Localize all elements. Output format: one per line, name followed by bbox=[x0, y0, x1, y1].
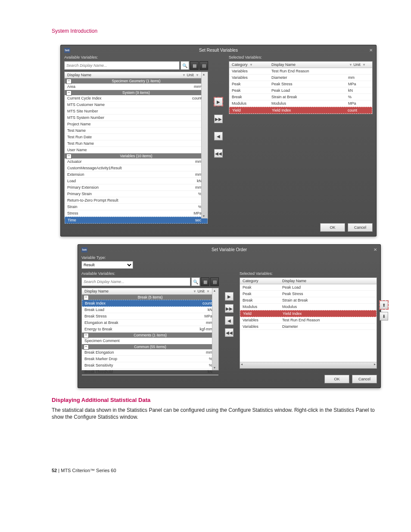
collapse-icon[interactable]: − bbox=[66, 90, 72, 96]
collapse-icon[interactable]: − bbox=[66, 79, 72, 84]
list-item[interactable]: Specimen Comment bbox=[82, 338, 218, 344]
list-item[interactable]: Break ThresholdkN bbox=[82, 369, 218, 375]
add-all-button[interactable]: ▶▶ bbox=[225, 304, 234, 313]
search-input[interactable] bbox=[64, 61, 180, 70]
collapse-icon[interactable]: − bbox=[66, 154, 72, 159]
close-icon[interactable]: ✕ bbox=[369, 48, 373, 53]
filter-icon[interactable]: ▼ bbox=[349, 63, 352, 67]
list-item[interactable]: Test Run Name bbox=[65, 140, 208, 147]
close-icon[interactable]: ✕ bbox=[374, 247, 377, 252]
collapse-icon[interactable]: − bbox=[84, 345, 89, 350]
list-item[interactable]: Elongation at Breakmm bbox=[82, 320, 218, 326]
list-item[interactable]: YieldYield Index bbox=[240, 310, 377, 317]
move-down-button[interactable]: ⬇ bbox=[380, 312, 388, 320]
list-item[interactable]: Break LoadkN bbox=[82, 307, 218, 313]
list-item[interactable]: Test Name bbox=[65, 128, 208, 134]
scrollbar[interactable] bbox=[201, 72, 208, 218]
group-header[interactable]: −Specimen Geometry (1 items) bbox=[65, 78, 208, 84]
available-listbox[interactable]: Display Name ▼ Unit ▼ −Specimen Geometry… bbox=[64, 72, 208, 219]
horizontal-scrollbar[interactable]: ◂▸ bbox=[240, 362, 377, 368]
col-display-name[interactable]: Display Name bbox=[282, 279, 306, 283]
list-item[interactable]: Return-to-Zero Prompt Result bbox=[65, 197, 208, 204]
list-item[interactable]: StressMPa bbox=[65, 210, 208, 217]
cancel-button[interactable]: Cancel bbox=[348, 223, 373, 232]
group-header[interactable]: −Common (55 items) bbox=[82, 344, 218, 349]
filter-icon[interactable]: ▼ bbox=[249, 63, 253, 67]
list-item[interactable]: PeakPeak Load bbox=[240, 284, 377, 291]
view-list-icon[interactable]: ▤ bbox=[199, 61, 208, 70]
collapse-icon[interactable]: − bbox=[84, 333, 89, 338]
variable-type-select[interactable]: Result bbox=[81, 261, 133, 269]
list-item[interactable]: MTS Site Number bbox=[65, 108, 208, 115]
selected-listbox[interactable]: Category Display Name PeakPeak LoadPeakP… bbox=[240, 277, 377, 369]
col-display-name[interactable]: Display Name bbox=[67, 73, 91, 77]
filter-icon[interactable]: ▼ bbox=[206, 289, 210, 293]
view-grid-icon[interactable]: ▦ bbox=[201, 277, 209, 286]
search-icon[interactable]: 🔍 bbox=[191, 277, 200, 286]
list-item[interactable]: BreakStrain at Break% bbox=[229, 94, 372, 100]
list-item[interactable]: BreakStrain at Break bbox=[240, 297, 377, 304]
remove-button[interactable]: ◀ bbox=[225, 316, 234, 325]
list-item[interactable]: Current Cycle Indexcount bbox=[65, 95, 208, 102]
list-item[interactable]: VariablesTest Run End Reason bbox=[240, 317, 377, 324]
view-grid-icon[interactable]: ▦ bbox=[190, 61, 199, 70]
list-item[interactable]: Primary Extensionmm bbox=[65, 184, 208, 191]
filter-icon[interactable]: ▼ bbox=[182, 73, 186, 77]
add-button[interactable]: ▶ bbox=[225, 292, 234, 301]
add-button[interactable]: ▶ bbox=[214, 97, 223, 106]
list-item[interactable]: Project Name bbox=[65, 121, 208, 128]
filter-icon[interactable]: ▼ bbox=[196, 73, 199, 77]
list-item[interactable]: YieldYield Indexcount bbox=[229, 107, 372, 114]
remove-button[interactable]: ◀ bbox=[214, 132, 223, 140]
scrollbar[interactable] bbox=[212, 288, 218, 370]
list-item[interactable]: PeakPeak LoadkN bbox=[229, 87, 372, 94]
list-item[interactable]: User Name bbox=[65, 147, 208, 153]
search-icon[interactable]: 🔍 bbox=[181, 61, 189, 70]
filter-icon[interactable]: ▼ bbox=[362, 63, 366, 67]
filter-icon[interactable]: ▼ bbox=[193, 289, 196, 293]
ok-button[interactable]: OK bbox=[324, 375, 349, 383]
ok-button[interactable]: OK bbox=[320, 223, 345, 232]
list-item[interactable]: Break Marker Drop% bbox=[82, 356, 218, 362]
group-header[interactable]: −System (9 items) bbox=[65, 90, 208, 95]
list-item[interactable]: MTS System Number bbox=[65, 115, 208, 121]
col-unit[interactable]: Unit bbox=[198, 289, 205, 293]
list-item[interactable]: ModulusModulus bbox=[240, 304, 377, 310]
move-up-button[interactable]: ⬆ bbox=[380, 301, 388, 309]
list-item[interactable]: LoadkN bbox=[65, 178, 208, 184]
collapse-icon[interactable]: − bbox=[84, 295, 89, 300]
list-item[interactable]: Energy to Breakkgf·mm bbox=[82, 326, 218, 333]
list-item[interactable]: CustomMessageActivity1Result bbox=[65, 165, 208, 171]
list-item[interactable]: Areamm² bbox=[65, 84, 208, 90]
list-item[interactable]: PeakPeak Stress bbox=[240, 291, 377, 297]
list-item[interactable]: VariablesDiametermm bbox=[229, 75, 372, 81]
search-input[interactable] bbox=[81, 277, 190, 286]
col-unit[interactable]: Unit bbox=[187, 73, 194, 77]
col-unit[interactable]: Unit bbox=[353, 62, 360, 67]
available-listbox[interactable]: Display Name ▼ Unit ▼ −Break (5 items)Br… bbox=[81, 288, 219, 370]
list-item[interactable]: Primary Strain% bbox=[65, 191, 208, 197]
list-item[interactable]: VariablesTest Run End Reason bbox=[229, 68, 372, 75]
list-item[interactable]: VariablesDiameter bbox=[240, 324, 377, 330]
list-item[interactable]: Test Run Date bbox=[65, 134, 208, 140]
list-item[interactable]: Break Elongationmm bbox=[82, 349, 218, 356]
col-display-name[interactable]: Display Name bbox=[271, 62, 296, 67]
list-item[interactable]: Break StressMPa bbox=[82, 313, 218, 320]
col-category[interactable]: Category bbox=[232, 62, 248, 67]
list-item[interactable]: Actuatormm bbox=[65, 159, 208, 165]
cancel-button[interactable]: Cancel bbox=[352, 375, 377, 383]
view-list-icon[interactable]: ▤ bbox=[210, 277, 219, 286]
list-item[interactable]: Break Sensitivity% bbox=[82, 362, 218, 369]
remove-all-button[interactable]: ◀◀ bbox=[225, 328, 234, 337]
col-display-name[interactable]: Display Name bbox=[84, 289, 109, 293]
list-item[interactable]: Timesec bbox=[65, 217, 208, 224]
list-item[interactable]: PeakPeak StressMPa bbox=[229, 81, 372, 87]
group-header[interactable]: −Comments (1 items) bbox=[82, 333, 218, 338]
col-category[interactable]: Category bbox=[243, 279, 258, 283]
list-item[interactable]: ModulusModulusMPa bbox=[229, 100, 372, 107]
remove-all-button[interactable]: ◀◀ bbox=[214, 149, 223, 158]
list-item[interactable]: Extensionmm bbox=[65, 171, 208, 178]
list-item[interactable]: MTS Customer Name bbox=[65, 102, 208, 108]
list-item[interactable]: Strain% bbox=[65, 204, 208, 210]
list-item[interactable]: Break Indexcount bbox=[82, 300, 218, 307]
